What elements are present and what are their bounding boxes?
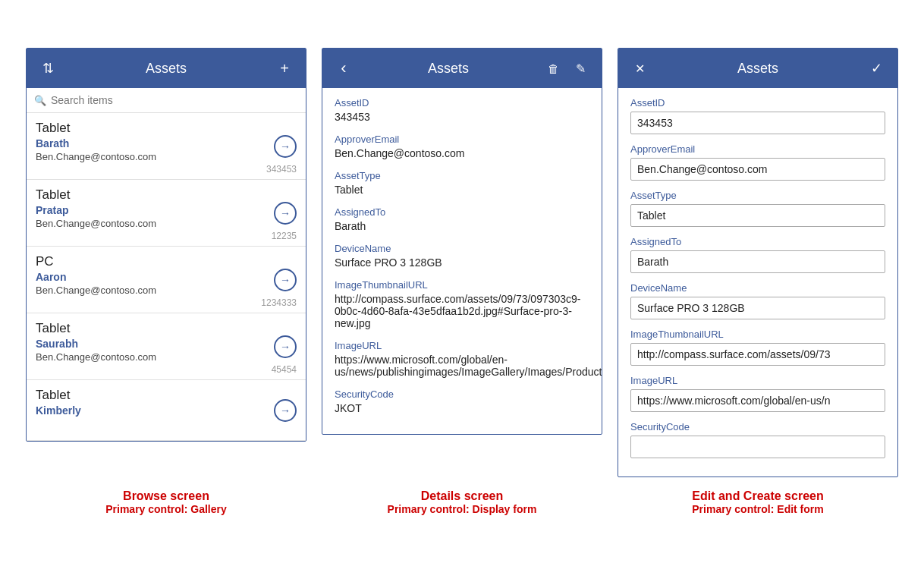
edit-field-label: SecurityCode bbox=[630, 421, 885, 432]
detail-field-group: ApproverEmail Ben.Change@contoso.com bbox=[335, 134, 589, 159]
list-item-id: 12235 bbox=[36, 231, 297, 241]
list-item-arrow-icon[interactable]: → bbox=[274, 399, 297, 422]
list-item-email: Ben.Change@contoso.com bbox=[36, 351, 297, 363]
list-item[interactable]: Tablet Saurabh Ben.Change@contoso.com 45… bbox=[27, 313, 306, 380]
edit-field-group: DeviceName bbox=[630, 282, 885, 319]
edit-field-input[interactable] bbox=[630, 112, 885, 134]
edit-title: Assets bbox=[650, 61, 866, 77]
list-item-arrow-icon[interactable]: → bbox=[274, 135, 297, 158]
search-input[interactable] bbox=[51, 94, 298, 106]
edit-field-group: SecurityCode bbox=[630, 421, 885, 458]
list-item-name: Pratap bbox=[36, 204, 297, 216]
edit-field-label: AssetType bbox=[630, 190, 885, 201]
detail-field-value: 343453 bbox=[335, 111, 589, 123]
edit-field-input[interactable] bbox=[630, 436, 885, 458]
list-item-type: Tablet bbox=[36, 321, 297, 336]
edit-caption: Edit and Create screen Primary control: … bbox=[618, 489, 898, 515]
detail-field-group: DeviceName Surface PRO 3 128GB bbox=[335, 243, 589, 269]
cancel-icon[interactable] bbox=[629, 60, 650, 77]
list-item-name: Saurabh bbox=[36, 338, 297, 350]
edit-field-group: AssetType bbox=[630, 190, 885, 227]
edit-caption-sub: Primary control: Edit form bbox=[618, 503, 898, 515]
details-header: Assets bbox=[322, 49, 602, 88]
edit-field-input[interactable] bbox=[630, 343, 885, 366]
edit-icon[interactable] bbox=[570, 60, 591, 77]
edit-field-label: ImageThumbnailURL bbox=[630, 329, 885, 340]
list-item-id: 343453 bbox=[36, 164, 297, 175]
detail-field-value: http://compass.surface.com/assets/09/73/… bbox=[335, 293, 589, 329]
details-caption-sub: Primary control: Display form bbox=[322, 503, 602, 515]
edit-field-group: ApproverEmail bbox=[630, 143, 885, 181]
details-screen: Assets AssetID 343453 ApproverEmail Ben.… bbox=[322, 48, 602, 435]
edit-field-input[interactable] bbox=[630, 158, 885, 181]
detail-field-group: AssetType Tablet bbox=[335, 170, 589, 196]
list-item-name: Kimberly bbox=[36, 404, 297, 417]
list-item-type: Tablet bbox=[36, 121, 297, 136]
edit-screen: Assets AssetID ApproverEmail AssetType A… bbox=[618, 48, 898, 477]
browse-caption-sub: Primary control: Gallery bbox=[26, 503, 306, 515]
list-item-id: 45454 bbox=[36, 364, 297, 375]
edit-body: AssetID ApproverEmail AssetType Assigned… bbox=[618, 88, 897, 477]
detail-field-value: https://www.microsoft.com/global/en-us/n… bbox=[335, 354, 589, 378]
detail-field-value: Ben.Change@contoso.com bbox=[335, 147, 589, 159]
list-item-type: Tablet bbox=[36, 187, 297, 203]
browse-title: Assets bbox=[58, 61, 274, 77]
details-title: Assets bbox=[354, 61, 542, 77]
list-item[interactable]: Tablet Barath Ben.Change@contoso.com 343… bbox=[27, 113, 306, 180]
list-item-type: Tablet bbox=[36, 388, 297, 403]
list-item-name: Aaron bbox=[36, 271, 297, 283]
delete-icon[interactable] bbox=[542, 61, 564, 77]
back-icon[interactable] bbox=[333, 57, 354, 80]
list-item-email: Ben.Change@contoso.com bbox=[36, 285, 297, 296]
browse-caption: Browse screen Primary control: Gallery bbox=[26, 489, 306, 515]
detail-field-group: ImageURL https://www.microsoft.com/globa… bbox=[335, 340, 589, 378]
detail-field-value: Barath bbox=[335, 220, 589, 232]
edit-field-group: ImageThumbnailURL bbox=[630, 329, 885, 366]
captions-container: Browse screen Primary control: Gallery D… bbox=[15, 489, 909, 515]
list-item[interactable]: PC Aaron Ben.Change@contoso.com 1234333 … bbox=[27, 247, 306, 313]
edit-field-input[interactable] bbox=[630, 250, 885, 273]
edit-field-group: AssetID bbox=[630, 97, 885, 134]
browse-list: Tablet Barath Ben.Change@contoso.com 343… bbox=[27, 113, 306, 441]
edit-field-label: ImageURL bbox=[630, 375, 885, 386]
detail-field-value: Tablet bbox=[335, 184, 589, 196]
list-item-email: Ben.Change@contoso.com bbox=[36, 151, 297, 162]
detail-field-group: ImageThumbnailURL http://compass.surface… bbox=[335, 279, 589, 329]
detail-field-label: DeviceName bbox=[335, 243, 589, 254]
details-caption: Details screen Primary control: Display … bbox=[322, 489, 602, 515]
list-item-name: Barath bbox=[36, 137, 297, 149]
list-item-type: PC bbox=[36, 254, 297, 269]
browse-screen: Assets Tablet Barath Ben.Change@contoso.… bbox=[26, 48, 306, 442]
list-item-arrow-icon[interactable]: → bbox=[274, 269, 297, 291]
save-icon[interactable] bbox=[866, 58, 887, 78]
edit-field-label: ApproverEmail bbox=[630, 143, 885, 155]
list-item-arrow-icon[interactable]: → bbox=[274, 202, 297, 225]
edit-field-label: AssetID bbox=[630, 97, 885, 109]
detail-field-label: SecurityCode bbox=[335, 388, 589, 400]
list-item[interactable]: Tablet Kimberly → bbox=[27, 380, 306, 441]
edit-header: Assets bbox=[618, 49, 897, 88]
detail-field-label: ImageThumbnailURL bbox=[335, 279, 589, 291]
edit-field-input[interactable] bbox=[630, 297, 885, 319]
list-item[interactable]: Tablet Pratap Ben.Change@contoso.com 122… bbox=[27, 180, 306, 247]
add-icon[interactable] bbox=[274, 58, 295, 79]
detail-field-group: AssetID 343453 bbox=[335, 97, 589, 123]
detail-field-label: AssignedTo bbox=[335, 206, 589, 218]
edit-field-group: AssignedTo bbox=[630, 236, 885, 273]
detail-field-group: AssignedTo Barath bbox=[335, 206, 589, 232]
edit-field-input[interactable] bbox=[630, 389, 885, 412]
list-item-arrow-icon[interactable]: → bbox=[274, 335, 297, 358]
details-body: AssetID 343453 ApproverEmail Ben.Change@… bbox=[322, 88, 602, 434]
list-item-id: 1234333 bbox=[36, 297, 297, 308]
details-header-actions bbox=[542, 60, 591, 77]
edit-field-label: DeviceName bbox=[630, 282, 885, 294]
screens-container: Assets Tablet Barath Ben.Change@contoso.… bbox=[15, 48, 909, 477]
edit-caption-title: Edit and Create screen bbox=[618, 489, 898, 503]
edit-field-label: AssignedTo bbox=[630, 236, 885, 247]
edit-field-input[interactable] bbox=[630, 204, 885, 227]
sort-icon[interactable] bbox=[37, 58, 58, 78]
browse-header: Assets bbox=[27, 49, 306, 88]
detail-field-label: AssetID bbox=[335, 97, 589, 109]
edit-field-group: ImageURL bbox=[630, 375, 885, 412]
list-item-email: Ben.Change@contoso.com bbox=[36, 218, 297, 229]
